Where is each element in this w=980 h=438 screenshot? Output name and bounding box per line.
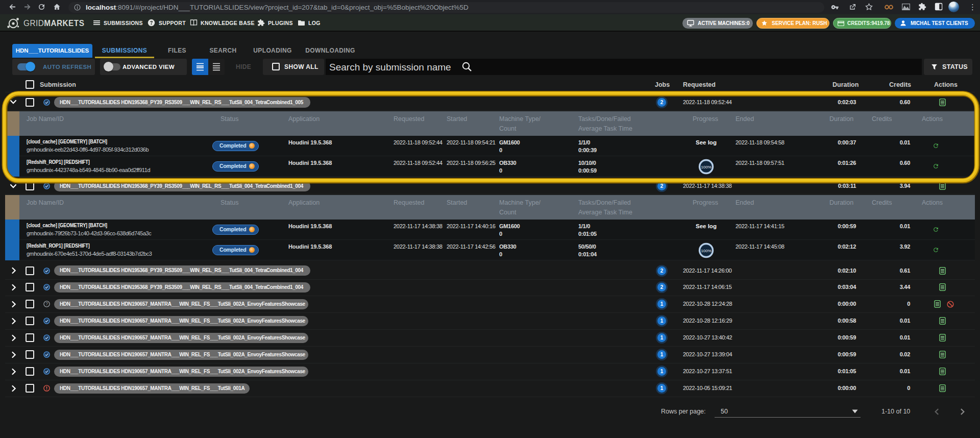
svg-text:100%: 100% <box>701 249 711 253</box>
svg-text:?: ? <box>45 302 48 307</box>
svg-text:100%: 100% <box>701 165 711 169</box>
